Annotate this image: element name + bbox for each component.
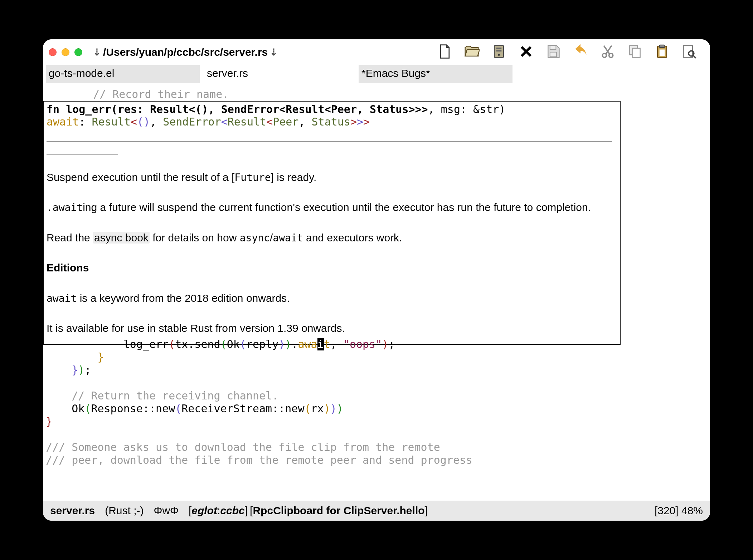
close-window-button[interactable] <box>49 48 57 56</box>
traffic-lights <box>49 48 82 56</box>
phi-indicator: ΦwΦ <box>154 505 179 517</box>
window-title: ⇣ /Users/yuan/p/ccbc/src/server.rs ⇣ <box>93 46 278 58</box>
doc-paragraph: Suspend execution until the result of a … <box>47 169 617 186</box>
paste-icon[interactable] <box>654 44 670 61</box>
modeline: server.rs (Rust ;-) ΦwΦ [eglot:ccbc] [Rp… <box>43 501 710 521</box>
position-indicator: [320] 48% <box>655 505 703 517</box>
svg-rect-5 <box>550 52 557 57</box>
async-book-link[interactable]: async book <box>93 232 150 244</box>
doc-body: Suspend execution until the result of a … <box>47 169 617 337</box>
text-cursor: i <box>317 338 324 350</box>
zoom-window-button[interactable] <box>74 48 82 56</box>
doc-paragraph: .awaiting a future will suspend the curr… <box>47 199 617 216</box>
code-comment: // Record their name. <box>43 88 710 100</box>
svg-point-3 <box>498 54 500 56</box>
tab-go-ts-mode[interactable]: go-ts-mode.el <box>46 65 200 83</box>
type-line: await: Result<(), SendError<Result<Peer,… <box>47 116 617 128</box>
arrow-down-icon: ⇣ <box>93 47 101 58</box>
close-icon[interactable] <box>518 44 534 61</box>
cut-icon[interactable] <box>600 44 616 61</box>
code-editor[interactable]: // Record their name. fn log_err(res: Re… <box>43 83 710 501</box>
eldoc-documentation-box: fn log_err(res: Result<(), SendError<Res… <box>43 101 621 345</box>
svg-rect-12 <box>660 50 665 56</box>
tab-bar: go-ts-mode.el server.rs *Emacs Bugs* <box>43 65 710 83</box>
doc-paragraph: It is available for use in stable Rust f… <box>47 320 617 337</box>
tab-emacs-bugs[interactable]: *Emacs Bugs* <box>359 65 512 83</box>
which-function: [RpcClipboard for ClipServer.hello] <box>250 505 428 517</box>
titlebar: ⇣ /Users/yuan/p/ccbc/src/server.rs ⇣ <box>43 39 710 65</box>
buffer-name[interactable]: server.rs <box>50 505 95 517</box>
minimize-window-button[interactable] <box>62 48 69 56</box>
svg-rect-1 <box>496 48 502 49</box>
file-path: /Users/yuan/p/ccbc/src/server.rs <box>103 46 268 58</box>
open-folder-icon[interactable] <box>464 44 480 61</box>
doc-paragraph: Read the async book for details on how a… <box>47 230 617 246</box>
arrow-down-icon: ⇣ <box>270 47 278 58</box>
code-body[interactable]: log_err(tx.send(Ok(reply)).await, "oops"… <box>43 338 710 467</box>
svg-rect-9 <box>632 48 640 58</box>
eglot-indicator[interactable]: [eglot:ccbc] <box>189 505 248 517</box>
major-mode[interactable]: (Rust ;-) <box>105 505 144 517</box>
new-file-icon[interactable] <box>437 44 452 61</box>
divider <box>47 141 612 142</box>
svg-rect-11 <box>660 45 665 48</box>
doc-paragraph: await is a keyword from the 2018 edition… <box>47 290 617 307</box>
tab-server-rs[interactable]: server.rs <box>204 65 354 83</box>
save-icon[interactable] <box>545 44 561 61</box>
svg-rect-2 <box>496 50 502 51</box>
editor-window: ⇣ /Users/yuan/p/ccbc/src/server.rs ⇣ <box>43 39 710 521</box>
toolbar <box>437 44 704 61</box>
drive-icon[interactable] <box>491 44 507 61</box>
undo-icon[interactable] <box>573 44 588 61</box>
copy-icon[interactable] <box>627 44 643 61</box>
signature-line: fn log_err(res: Result<(), SendError<Res… <box>47 103 617 116</box>
svg-rect-4 <box>550 46 556 50</box>
divider-short <box>47 154 118 155</box>
search-icon[interactable] <box>681 44 697 61</box>
doc-heading: Editions <box>47 260 617 276</box>
